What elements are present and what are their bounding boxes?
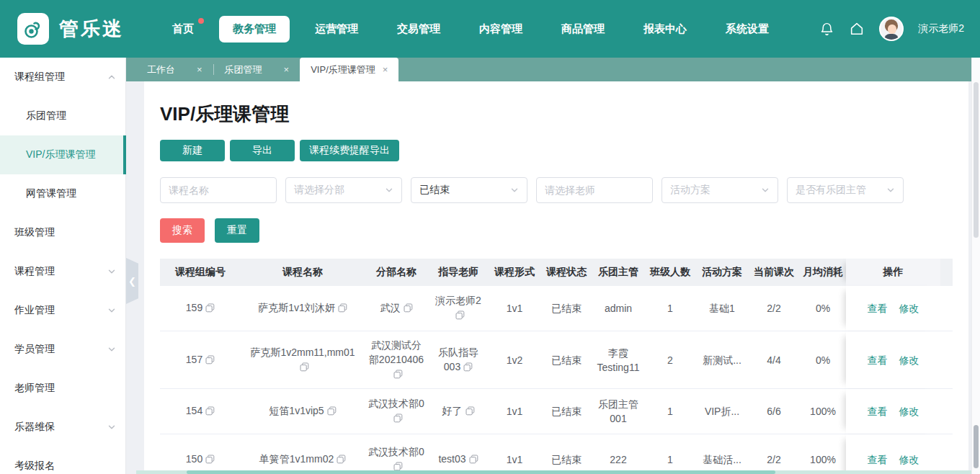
sidebar-item-homework[interactable]: 作业管理 [0,291,126,330]
copy-icon[interactable] [404,302,413,316]
vertical-scrollbar-thumb-secondary[interactable] [974,425,979,468]
brand-logo[interactable]: 管乐迷 [17,13,159,45]
copy-icon[interactable] [393,412,403,426]
nav-item-label: 商品管理 [561,22,605,35]
has-manager-select[interactable]: 是否有乐团主管 [787,177,904,203]
course-name-field[interactable] [169,184,268,196]
copy-icon[interactable] [463,361,473,375]
copy-icon[interactable] [205,354,215,368]
avatar-torso [884,34,899,41]
search-button[interactable]: 搜索 [160,218,205,243]
sidebar-item-instrument[interactable]: 乐器维保 [0,408,126,447]
horizontal-scrollbar-thumb[interactable] [187,470,775,474]
cell-consume: 100% [800,389,846,434]
export-button[interactable]: 导出 [230,140,295,161]
chevron-down-icon [107,423,116,431]
copy-icon[interactable] [205,302,215,316]
nav-item-home[interactable]: 首页 [159,16,208,43]
copy-icon[interactable] [469,453,478,468]
sidebar-item-course[interactable]: 课程管理 [0,252,126,291]
bell-icon[interactable] [819,21,834,37]
tab-workbench[interactable]: 工作台× [136,58,213,81]
username-label[interactable]: 演示老师2 [918,22,964,35]
copy-icon[interactable] [393,368,403,383]
nav-item-settings[interactable]: 系统设置 [712,16,783,43]
teacher-field[interactable] [545,184,644,196]
course-name-input[interactable] [160,177,277,203]
edit-link[interactable]: 修改 [899,353,919,367]
view-link[interactable]: 查看 [868,404,888,419]
vertical-scrollbar-thumb[interactable] [974,82,979,238]
cell-text: 武汉技术部0 [368,396,424,426]
sidebar-item-label: 乐器维保 [14,421,55,434]
sidebar-item-vip-course[interactable]: VIP/乐理课管理 [0,135,126,174]
edit-link[interactable]: 修改 [899,452,919,467]
create-button[interactable]: 新建 [160,140,225,161]
view-link[interactable]: 查看 [868,353,888,367]
edit-link[interactable]: 修改 [899,404,919,419]
cell-text: admin [605,301,632,316]
nav-item-goods[interactable]: 商品管理 [548,16,618,43]
sidebar-item-exam[interactable]: 考级报名 [0,447,126,474]
plan-select[interactable]: 活动方案 [662,177,778,203]
user-avatar[interactable] [879,17,904,41]
nav-item-academic[interactable]: 教务管理 [219,16,290,43]
cell-status: 已结束 [540,331,592,388]
column-header-teacher: 指导老师 [428,259,489,286]
nav-item-trade[interactable]: 交易管理 [383,16,454,43]
cell-text: 2/2 [767,301,780,316]
sidebar-item-web-course[interactable]: 网管课管理 [0,174,126,213]
sidebar-item-course-group[interactable]: 课程组管理 [0,58,126,97]
cell-lessons: 2/2 [748,434,800,474]
tab-close-icon[interactable]: × [383,65,388,74]
cell-status: 已结束 [540,434,592,474]
sidebar-item-orchestra[interactable]: 乐团管理 [0,97,126,135]
cell-form: 1v1 [489,389,540,434]
cell-text: 已结束 [551,404,582,419]
main-layout: 课程组管理乐团管理VIP/乐理课管理网管课管理班级管理课程管理作业管理学员管理老… [0,58,980,474]
copy-icon[interactable] [327,405,337,419]
tab-orchestra[interactable]: 乐团管理× [214,58,300,81]
sidebar-item-student[interactable]: 学员管理 [0,330,126,369]
teacher-input[interactable] [536,177,653,203]
nav-item-content[interactable]: 内容管理 [466,16,536,43]
workspace: 工作台×乐团管理×VIP/乐理课管理× VIP/乐理课管理 新建导出课程续费提醒… [126,58,980,474]
select-value: 是否有乐团主管 [796,184,866,197]
copy-icon[interactable] [300,361,309,375]
tab-vip-course[interactable]: VIP/乐理课管理× [300,58,398,81]
cell-text: 0% [816,301,830,316]
horizontal-scrollbar [136,470,977,474]
nav-item-operations[interactable]: 运营管理 [301,16,372,43]
top-navbar: 管乐迷 首页教务管理运营管理交易管理内容管理商品管理报表中心系统设置 演示老师2 [0,0,980,58]
status-select[interactable]: 已结束 [411,177,527,203]
copy-icon[interactable] [205,405,215,419]
view-link[interactable]: 查看 [868,452,888,467]
sidebar-item-label: 课程管理 [14,265,55,278]
sidebar-item-teacher[interactable]: 老师管理 [0,369,126,408]
copy-icon[interactable] [337,453,346,468]
sidebar-item-class[interactable]: 班级管理 [0,213,126,252]
cell-plan: VIP折... [696,389,748,434]
cell-plan: 基础1 [696,286,748,331]
reset-button[interactable]: 重置 [215,218,259,243]
sidebar-collapse-handle[interactable]: ❮ [126,258,138,304]
tab-close-icon[interactable]: × [197,65,202,74]
nav-item-label: 系统设置 [726,22,769,35]
copy-icon[interactable] [466,405,475,419]
tab-close-icon[interactable]: × [284,65,290,74]
view-link[interactable]: 查看 [868,301,888,316]
edit-link[interactable]: 修改 [899,301,919,316]
home-icon[interactable] [849,21,865,37]
cell-branch: 武汉测试分部20210406 [365,331,428,388]
branch-select[interactable]: 请选择分部 [285,177,402,203]
copy-icon[interactable] [205,453,215,468]
copy-icon[interactable] [338,302,347,316]
cell-text: 单簧管1v1mm02 [259,452,346,468]
nav-item-reports[interactable]: 报表中心 [630,16,700,43]
cell-text: 基础1 [709,301,735,316]
sidebar-item-label: 考级报名 [14,460,55,473]
renewal-export-button[interactable]: 课程续费提醒导出 [300,140,399,161]
sidebar-item-label: 班级管理 [14,226,55,239]
column-header-ops: 操作 [846,259,940,286]
copy-icon[interactable] [455,309,465,323]
